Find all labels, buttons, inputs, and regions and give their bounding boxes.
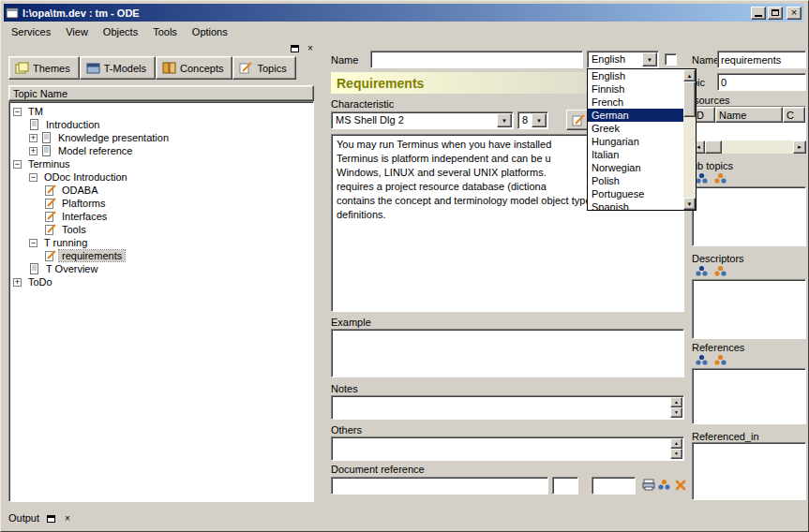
topic-name-column-header[interactable]: Topic Name bbox=[8, 85, 314, 101]
scroll-right-button[interactable]: ► bbox=[793, 140, 806, 154]
output-float-button[interactable] bbox=[44, 512, 57, 525]
tree-expand-toggle[interactable]: − bbox=[13, 160, 22, 169]
column-header[interactable]: Name bbox=[715, 107, 783, 123]
tree-item-terminus[interactable]: −Terminus bbox=[9, 157, 313, 170]
tab-topics[interactable]: Topics bbox=[232, 56, 295, 80]
menu-item-objects[interactable]: Objects bbox=[96, 23, 145, 40]
language-option-english[interactable]: English bbox=[588, 69, 683, 82]
minimize-icon bbox=[755, 15, 762, 17]
descriptors-list[interactable] bbox=[692, 279, 806, 339]
scroll-up-button[interactable]: ▲ bbox=[670, 397, 682, 407]
add-descriptor-button[interactable] bbox=[694, 264, 710, 278]
scrollbar-thumb[interactable] bbox=[705, 140, 722, 154]
document-reference-page-input[interactable] bbox=[552, 477, 578, 495]
menu-item-tools[interactable]: Tools bbox=[145, 23, 185, 40]
language-option-finnish[interactable]: Finnish bbox=[588, 82, 683, 96]
title-bar: I:\opa\tm.dev : tm - ODE × bbox=[4, 4, 803, 22]
tree-item-model-reference[interactable]: +Model reference bbox=[9, 144, 313, 157]
pencil-icon bbox=[45, 250, 56, 261]
scroll-down-button[interactable]: ▼ bbox=[683, 198, 696, 210]
tree-expand-toggle[interactable]: + bbox=[29, 134, 37, 142]
scroll-down-button[interactable]: ▼ bbox=[670, 449, 682, 459]
add-reference-button[interactable] bbox=[694, 353, 710, 367]
minimize-button[interactable] bbox=[751, 7, 766, 20]
scrollbar-track[interactable] bbox=[683, 117, 696, 198]
language-option-norwegian[interactable]: Norwegian bbox=[588, 161, 683, 174]
language-option-french[interactable]: French bbox=[588, 96, 683, 109]
tree-item-knowledge-presentation[interactable]: +Knowledge presentation bbox=[9, 131, 313, 144]
menu-item-services[interactable]: Services bbox=[4, 23, 58, 40]
print-button[interactable] bbox=[640, 476, 656, 494]
column-header[interactable]: C bbox=[783, 107, 805, 123]
link-document-button[interactable] bbox=[656, 476, 672, 494]
pane-float-button[interactable] bbox=[288, 42, 301, 54]
tree-expand-toggle[interactable]: + bbox=[13, 278, 22, 287]
tree-item-odoc-introduction[interactable]: −ODoc Introduction bbox=[9, 170, 313, 184]
tree-item-odaba[interactable]: ODABA bbox=[9, 184, 313, 197]
chevron-down-icon: ▼ bbox=[536, 118, 542, 124]
document-reference-input[interactable] bbox=[331, 477, 548, 495]
resources-table: D Name C bbox=[692, 106, 806, 140]
font-dropdown-button[interactable]: ▼ bbox=[497, 113, 512, 127]
others-textarea[interactable]: ▲ ▼ bbox=[331, 436, 684, 461]
language-option-italian[interactable]: Italian bbox=[588, 148, 683, 161]
tree-item-requirements[interactable]: requirements bbox=[9, 249, 313, 262]
font-size-combobox[interactable]: 8 ▼ bbox=[517, 111, 548, 129]
font-combobox[interactable]: MS Shell Dlg 2 ▼ bbox=[331, 111, 514, 129]
example-label: Example bbox=[331, 317, 371, 328]
scrollbar-track[interactable] bbox=[722, 140, 793, 154]
font-size-dropdown-button[interactable]: ▼ bbox=[532, 113, 547, 127]
tree-item-tools[interactable]: Tools bbox=[9, 223, 313, 236]
scrollbar-thumb[interactable] bbox=[683, 81, 696, 117]
tree-expand-toggle[interactable]: − bbox=[13, 108, 22, 116]
tree-expand-toggle[interactable]: − bbox=[29, 173, 37, 182]
tree-item-label: ODoc Introduction bbox=[41, 171, 130, 183]
select-descriptor-button[interactable] bbox=[712, 264, 728, 278]
language-option-portuguese[interactable]: Portuguese bbox=[588, 187, 683, 200]
tab-themes[interactable]: Themes bbox=[8, 56, 80, 80]
notes-textarea[interactable]: ▲ ▼ bbox=[331, 395, 684, 420]
pane-close-button[interactable]: × bbox=[304, 42, 317, 54]
tree-expand-toggle[interactable]: − bbox=[29, 239, 37, 247]
tree-item-t-overview[interactable]: T Overview bbox=[9, 262, 313, 275]
remove-reference-button[interactable] bbox=[672, 476, 688, 494]
references-list[interactable] bbox=[692, 368, 806, 424]
language-listbox: EnglishFinnishFrenchGermanGreekHungarian… bbox=[588, 69, 683, 210]
language-checkbox[interactable] bbox=[665, 53, 677, 66]
tree-item-introduction[interactable]: Introduction bbox=[9, 118, 313, 131]
scroll-down-button[interactable]: ▼ bbox=[670, 407, 682, 418]
document-reference-position-input[interactable] bbox=[592, 477, 636, 495]
tab-concepts[interactable]: Concepts bbox=[156, 56, 232, 80]
tab-t-models[interactable]: T-Models bbox=[80, 56, 156, 80]
scroll-up-button[interactable]: ▲ bbox=[670, 438, 682, 449]
language-option-spanish[interactable]: Spanish bbox=[588, 200, 683, 210]
document-reference-toolbar bbox=[640, 476, 688, 494]
maximize-button[interactable] bbox=[768, 7, 783, 20]
output-close-button[interactable]: × bbox=[61, 512, 74, 525]
tree-expand-toggle[interactable]: + bbox=[29, 147, 37, 155]
language-combobox[interactable]: English ▼ bbox=[587, 51, 659, 68]
menu-item-view[interactable]: View bbox=[58, 23, 96, 40]
rp-name-input[interactable] bbox=[717, 51, 806, 68]
select-reference-button[interactable] bbox=[712, 353, 728, 367]
language-option-hungarian[interactable]: Hungarian bbox=[588, 135, 683, 148]
rp-topic-input[interactable] bbox=[717, 73, 806, 91]
close-button[interactable]: × bbox=[787, 7, 802, 20]
language-option-polish[interactable]: Polish bbox=[588, 174, 683, 187]
tree-item-tm[interactable]: −TM bbox=[9, 105, 313, 118]
scroll-up-button[interactable]: ▲ bbox=[683, 69, 696, 81]
tree-item-todo[interactable]: +ToDo bbox=[9, 275, 313, 288]
language-option-german[interactable]: German bbox=[588, 109, 683, 122]
language-option-greek[interactable]: Greek bbox=[588, 122, 683, 135]
example-textarea[interactable] bbox=[331, 329, 684, 377]
language-dropdown-button[interactable]: ▼ bbox=[642, 52, 657, 66]
name-input[interactable] bbox=[370, 51, 583, 68]
tree-item-plaftorms[interactable]: Plaftorms bbox=[9, 197, 313, 210]
select-subtopic-button[interactable] bbox=[712, 171, 728, 185]
referenced-in-list[interactable] bbox=[692, 442, 806, 500]
tree-item-t-running[interactable]: −T running bbox=[9, 236, 313, 249]
menu-item-options[interactable]: Options bbox=[185, 23, 235, 40]
tree-item-label: Interfaces bbox=[59, 211, 110, 222]
subtopics-list[interactable] bbox=[692, 186, 806, 246]
tree-item-interfaces[interactable]: Interfaces bbox=[9, 210, 313, 223]
